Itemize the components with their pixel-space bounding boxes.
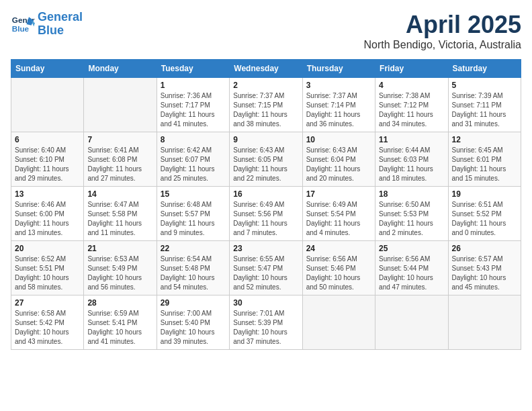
day-info: Sunrise: 6:41 AM Sunset: 6:08 PM Dayligh… (87, 146, 152, 183)
table-row: 1Sunrise: 7:36 AM Sunset: 7:17 PM Daylig… (157, 78, 229, 132)
table-row: 11Sunrise: 6:44 AM Sunset: 6:03 PM Dayli… (375, 132, 448, 187)
day-number: 24 (306, 244, 371, 253)
day-number: 2 (233, 81, 298, 90)
day-number: 10 (306, 135, 371, 144)
day-number: 17 (306, 189, 371, 199)
day-number: 4 (379, 81, 444, 90)
day-number: 3 (306, 81, 371, 90)
day-number: 18 (379, 189, 444, 199)
table-row: 10Sunrise: 6:43 AM Sunset: 6:04 PM Dayli… (302, 132, 375, 187)
day-number: 7 (87, 135, 152, 144)
svg-text:Blue: Blue (12, 24, 30, 33)
day-number: 28 (87, 298, 152, 308)
day-info: Sunrise: 6:52 AM Sunset: 5:51 PM Dayligh… (15, 255, 80, 292)
day-number: 15 (161, 189, 226, 199)
table-row: 25Sunrise: 6:56 AM Sunset: 5:44 PM Dayli… (375, 241, 448, 295)
day-info: Sunrise: 6:44 AM Sunset: 6:03 PM Dayligh… (379, 146, 444, 183)
day-info: Sunrise: 7:37 AM Sunset: 7:15 PM Dayligh… (233, 91, 298, 129)
header-tuesday: Tuesday (157, 60, 229, 78)
day-number: 29 (161, 298, 226, 308)
calendar-table: Sunday Monday Tuesday Wednesday Thursday… (11, 59, 521, 350)
header-friday: Friday (375, 60, 448, 78)
calendar-week-row: 1Sunrise: 7:36 AM Sunset: 7:17 PM Daylig… (11, 78, 521, 132)
header: General Blue General Blue April 2025 Nor… (11, 11, 521, 51)
day-info: Sunrise: 6:47 AM Sunset: 5:58 PM Dayligh… (87, 200, 152, 238)
table-row: 22Sunrise: 6:54 AM Sunset: 5:48 PM Dayli… (157, 241, 229, 295)
day-number: 21 (87, 244, 152, 253)
title-area: April 2025 North Bendigo, Victoria, Aust… (364, 11, 522, 51)
table-row: 30Sunrise: 7:01 AM Sunset: 5:39 PM Dayli… (230, 295, 302, 350)
table-row: 16Sunrise: 6:49 AM Sunset: 5:56 PM Dayli… (230, 187, 302, 241)
day-info: Sunrise: 6:59 AM Sunset: 5:41 PM Dayligh… (87, 309, 152, 347)
day-info: Sunrise: 7:01 AM Sunset: 5:39 PM Dayligh… (233, 309, 298, 347)
day-info: Sunrise: 6:54 AM Sunset: 5:48 PM Dayligh… (161, 255, 226, 292)
table-row: 29Sunrise: 7:00 AM Sunset: 5:40 PM Dayli… (157, 295, 229, 350)
day-info: Sunrise: 6:51 AM Sunset: 5:52 PM Dayligh… (452, 200, 517, 238)
day-info: Sunrise: 6:48 AM Sunset: 5:57 PM Dayligh… (161, 200, 226, 238)
table-row: 26Sunrise: 6:57 AM Sunset: 5:43 PM Dayli… (448, 241, 521, 295)
table-row: 17Sunrise: 6:49 AM Sunset: 5:54 PM Dayli… (302, 187, 375, 241)
day-number: 27 (15, 298, 80, 308)
day-info: Sunrise: 6:43 AM Sunset: 6:04 PM Dayligh… (306, 146, 371, 183)
table-row: 12Sunrise: 6:45 AM Sunset: 6:01 PM Dayli… (448, 132, 521, 187)
table-row: 19Sunrise: 6:51 AM Sunset: 5:52 PM Dayli… (448, 187, 521, 241)
day-number: 22 (161, 244, 226, 253)
day-info: Sunrise: 7:37 AM Sunset: 7:14 PM Dayligh… (306, 91, 371, 129)
day-number: 1 (161, 81, 226, 90)
day-number: 16 (233, 189, 298, 199)
header-sunday: Sunday (11, 60, 84, 78)
day-info: Sunrise: 7:38 AM Sunset: 7:12 PM Dayligh… (379, 91, 444, 129)
calendar-subtitle: North Bendigo, Victoria, Australia (364, 39, 522, 51)
day-info: Sunrise: 6:57 AM Sunset: 5:43 PM Dayligh… (452, 255, 517, 292)
table-row: 4Sunrise: 7:38 AM Sunset: 7:12 PM Daylig… (375, 78, 448, 132)
table-row: 7Sunrise: 6:41 AM Sunset: 6:08 PM Daylig… (84, 132, 157, 187)
day-info: Sunrise: 6:40 AM Sunset: 6:10 PM Dayligh… (15, 146, 80, 183)
day-info: Sunrise: 6:56 AM Sunset: 5:46 PM Dayligh… (306, 255, 371, 292)
calendar-week-row: 20Sunrise: 6:52 AM Sunset: 5:51 PM Dayli… (11, 241, 521, 295)
day-number: 14 (87, 189, 152, 199)
calendar-week-row: 27Sunrise: 6:58 AM Sunset: 5:42 PM Dayli… (11, 295, 521, 350)
table-row: 28Sunrise: 6:59 AM Sunset: 5:41 PM Dayli… (84, 295, 157, 350)
day-number: 9 (233, 135, 298, 144)
day-info: Sunrise: 6:58 AM Sunset: 5:42 PM Dayligh… (15, 309, 80, 347)
table-row: 14Sunrise: 6:47 AM Sunset: 5:58 PM Dayli… (84, 187, 157, 241)
day-number: 5 (452, 81, 517, 90)
header-thursday: Thursday (302, 60, 375, 78)
header-monday: Monday (84, 60, 157, 78)
table-row: 23Sunrise: 6:55 AM Sunset: 5:47 PM Dayli… (230, 241, 302, 295)
day-info: Sunrise: 7:00 AM Sunset: 5:40 PM Dayligh… (161, 309, 226, 347)
day-info: Sunrise: 6:43 AM Sunset: 6:05 PM Dayligh… (233, 146, 298, 183)
day-info: Sunrise: 6:56 AM Sunset: 5:44 PM Dayligh… (379, 255, 444, 292)
table-row: 2Sunrise: 7:37 AM Sunset: 7:15 PM Daylig… (230, 78, 302, 132)
table-row (375, 295, 448, 350)
logo: General Blue General Blue (11, 11, 83, 38)
day-number: 12 (452, 135, 517, 144)
table-row: 5Sunrise: 7:39 AM Sunset: 7:11 PM Daylig… (448, 78, 521, 132)
table-row: 9Sunrise: 6:43 AM Sunset: 6:05 PM Daylig… (230, 132, 302, 187)
day-number: 20 (15, 244, 80, 253)
calendar-title: April 2025 (364, 11, 522, 39)
day-info: Sunrise: 6:55 AM Sunset: 5:47 PM Dayligh… (233, 255, 298, 292)
table-row: 24Sunrise: 6:56 AM Sunset: 5:46 PM Dayli… (302, 241, 375, 295)
table-row (84, 78, 157, 132)
calendar-week-row: 13Sunrise: 6:46 AM Sunset: 6:00 PM Dayli… (11, 187, 521, 241)
day-info: Sunrise: 6:49 AM Sunset: 5:56 PM Dayligh… (233, 200, 298, 238)
table-row (302, 295, 375, 350)
day-number: 6 (15, 135, 80, 144)
table-row: 21Sunrise: 6:53 AM Sunset: 5:49 PM Dayli… (84, 241, 157, 295)
table-row: 15Sunrise: 6:48 AM Sunset: 5:57 PM Dayli… (157, 187, 229, 241)
day-info: Sunrise: 6:49 AM Sunset: 5:54 PM Dayligh… (306, 200, 371, 238)
day-number: 8 (161, 135, 226, 144)
day-number: 26 (452, 244, 517, 253)
day-info: Sunrise: 6:46 AM Sunset: 6:00 PM Dayligh… (15, 200, 80, 238)
day-info: Sunrise: 6:42 AM Sunset: 6:07 PM Dayligh… (161, 146, 226, 183)
table-row (448, 295, 521, 350)
header-wednesday: Wednesday (230, 60, 302, 78)
day-number: 25 (379, 244, 444, 253)
calendar-week-row: 6Sunrise: 6:40 AM Sunset: 6:10 PM Daylig… (11, 132, 521, 187)
day-info: Sunrise: 6:53 AM Sunset: 5:49 PM Dayligh… (87, 255, 152, 292)
table-row: 8Sunrise: 6:42 AM Sunset: 6:07 PM Daylig… (157, 132, 229, 187)
table-row (11, 78, 84, 132)
day-number: 11 (379, 135, 444, 144)
header-saturday: Saturday (448, 60, 521, 78)
